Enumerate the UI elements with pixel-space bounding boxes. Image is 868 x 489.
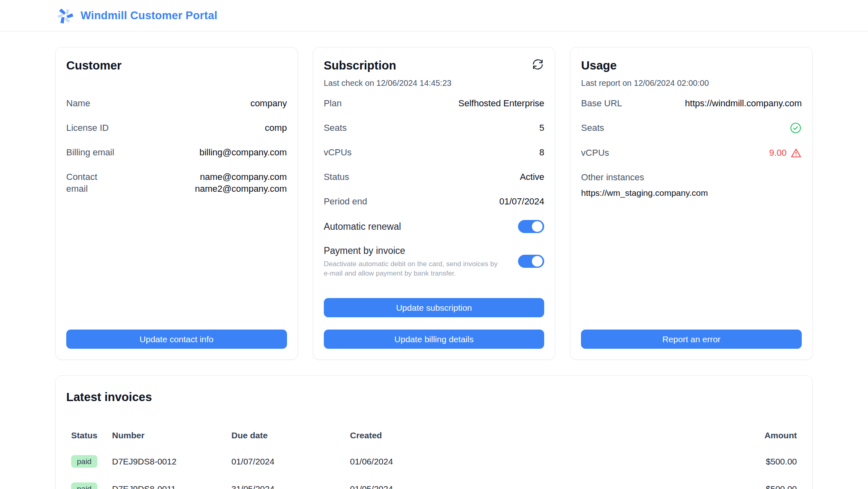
- row-value: billing@company.com: [200, 146, 287, 158]
- column-header-amount: Amount: [710, 431, 797, 440]
- row-label: Period end: [324, 195, 367, 207]
- row-label: Plan: [324, 97, 342, 109]
- column-header-created: Created: [350, 431, 710, 440]
- subscription-card-title: Subscription: [324, 58, 396, 73]
- usage-row-seats: Seats: [581, 122, 802, 134]
- other-instance-url: https://wm_staging.company.com: [581, 187, 802, 198]
- row-value: https://windmill.company.com: [685, 97, 802, 109]
- row-value: Active: [520, 171, 544, 183]
- usage-card: Usage Last report on 12/06/2024 02:00:00…: [570, 47, 813, 360]
- row-value: company: [250, 97, 287, 109]
- invoice-amount: $500.00: [710, 457, 797, 467]
- customer-row-contact-email: Contact email name@company.com name2@com…: [66, 171, 287, 195]
- usage-row-vcpus: vCPUs 9.00: [581, 147, 802, 159]
- row-label: Seats: [581, 122, 604, 134]
- row-label: Status: [324, 171, 349, 183]
- subscription-row-seats: Seats 5: [324, 122, 545, 134]
- automatic-renewal-toggle[interactable]: [518, 220, 544, 233]
- customer-row-license-id: License ID comp: [66, 122, 287, 134]
- subscription-row-plan: Plan Selfhosted Enterprise: [324, 97, 545, 109]
- invoice-number: D7EJ9DS8-0012: [112, 457, 231, 467]
- invoice-created: 01/06/2024: [350, 457, 710, 467]
- payment-by-invoice-row: Payment by invoice Deactivate automatic …: [324, 244, 545, 278]
- row-label: Base URL: [581, 97, 622, 109]
- row-value: Selfhosted Enterprise: [458, 97, 544, 109]
- row-label: Contact email: [66, 171, 97, 195]
- latest-invoices-card: Latest invoices Status Number Due date C…: [55, 375, 813, 489]
- update-subscription-button[interactable]: Update subscription: [324, 298, 545, 317]
- page-title: Windmill Customer Portal: [81, 9, 218, 22]
- column-header-status: Status: [71, 431, 112, 440]
- row-label: vCPUs: [581, 147, 609, 159]
- invoice-number: D7EJ9DS8-0011: [112, 484, 231, 489]
- other-instances-label: Other instances: [581, 171, 802, 183]
- invoices-table-header: Status Number Due date Created Amount: [66, 431, 802, 440]
- main-content: Customer Name company License ID comp Bi…: [0, 31, 868, 489]
- vcpus-usage-value: 9.00: [769, 147, 787, 159]
- column-header-number: Number: [112, 431, 231, 440]
- usage-row-base-url: Base URL https://windmill.company.com: [581, 97, 802, 109]
- warning-triangle-icon: [790, 147, 802, 159]
- customer-row-name: Name company: [66, 97, 287, 109]
- subscription-row-period-end: Period end 01/07/2024: [324, 195, 545, 207]
- usage-subtitle: Last report on 12/06/2024 02:00:00: [581, 78, 802, 88]
- customer-row-billing-email: Billing email billing@company.com: [66, 146, 287, 158]
- invoice-amount: $500.00: [710, 484, 797, 489]
- row-label: Seats: [324, 122, 347, 134]
- toggle-knob: [532, 256, 543, 267]
- update-billing-details-button[interactable]: Update billing details: [324, 330, 545, 349]
- automatic-renewal-label: Automatic renewal: [324, 220, 401, 233]
- refresh-button[interactable]: [532, 58, 544, 71]
- update-contact-info-button[interactable]: Update contact info: [66, 330, 287, 349]
- status-badge: paid: [71, 482, 97, 489]
- payment-by-invoice-label: Payment by invoice: [324, 244, 500, 257]
- row-value: 5: [539, 122, 544, 134]
- subscription-row-status: Status Active: [324, 171, 545, 183]
- subscription-row-vcpus: vCPUs 8: [324, 146, 545, 158]
- row-value: 8: [539, 146, 544, 158]
- customer-card-title: Customer: [66, 58, 287, 73]
- report-an-error-button[interactable]: Report an error: [581, 330, 802, 349]
- invoice-due-date: 31/05/2024: [231, 484, 350, 489]
- subscription-card: Subscription Last check on 12/06/2024: [313, 47, 556, 360]
- check-circle-icon: [789, 122, 802, 134]
- latest-invoices-title: Latest invoices: [66, 390, 802, 404]
- windmill-logo: [55, 6, 75, 25]
- invoice-created: 01/05/2024: [350, 484, 710, 489]
- invoice-row: paid D7EJ9DS8-0012 01/07/2024 01/06/2024…: [66, 455, 802, 468]
- payment-by-invoice-description: Deactivate automatic debit on the card, …: [324, 259, 500, 278]
- toggle-knob: [532, 221, 543, 232]
- topbar: Windmill Customer Portal: [0, 0, 868, 31]
- row-label: License ID: [66, 122, 109, 134]
- payment-by-invoice-toggle[interactable]: [518, 255, 544, 268]
- other-instances-block: Other instances https://wm_staging.compa…: [581, 171, 802, 198]
- invoice-due-date: 01/07/2024: [231, 457, 350, 467]
- column-header-due-date: Due date: [231, 431, 350, 440]
- status-badge: paid: [71, 455, 97, 468]
- row-label: Name: [66, 97, 90, 109]
- subscription-subtitle: Last check on 12/06/2024 14:45:23: [324, 78, 545, 88]
- row-value: comp: [265, 122, 287, 134]
- row-label: vCPUs: [324, 146, 352, 158]
- row-label: Billing email: [66, 146, 114, 158]
- invoice-row: paid D7EJ9DS8-0011 31/05/2024 01/05/2024…: [66, 482, 802, 489]
- refresh-icon: [532, 65, 543, 71]
- row-value: 01/07/2024: [499, 195, 544, 207]
- customer-card: Customer Name company License ID comp Bi…: [55, 47, 298, 360]
- row-value: name@company.com name2@company.com: [195, 171, 287, 195]
- automatic-renewal-row: Automatic renewal: [324, 220, 545, 233]
- usage-card-title: Usage: [581, 58, 802, 73]
